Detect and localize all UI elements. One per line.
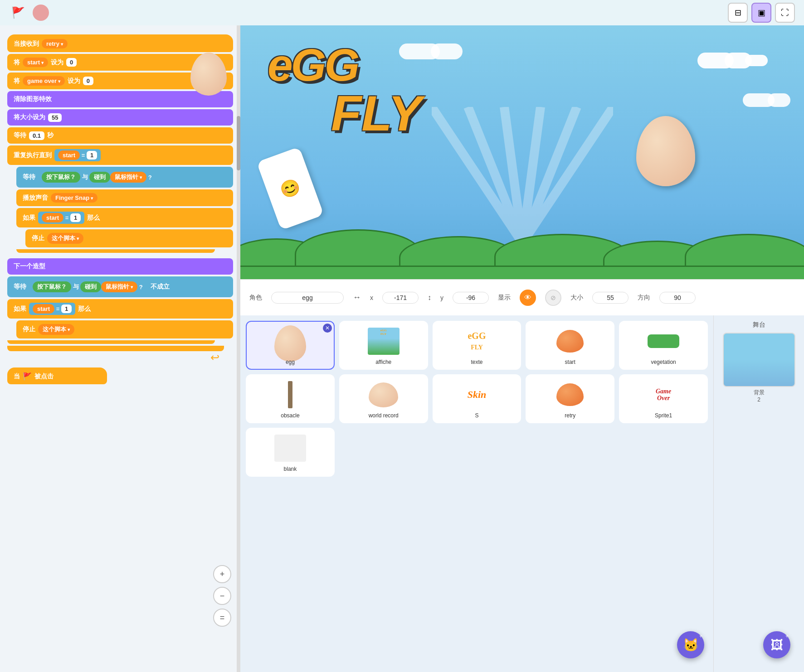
cloud-3 bbox=[399, 44, 463, 59]
sprite-card-blank[interactable]: blank bbox=[246, 428, 335, 477]
block-eq2: = bbox=[54, 305, 61, 312]
skin-sprite-shape: Skin bbox=[468, 389, 487, 401]
block-repeat-until[interactable]: 重复执行直到 start = 1 bbox=[7, 145, 233, 165]
cloud-2 bbox=[743, 93, 790, 107]
block-stop-this[interactable]: 停止 这个脚本 bbox=[25, 229, 233, 247]
sprite-card-egg[interactable]: ✕ egg bbox=[246, 321, 335, 370]
block-sound-name[interactable]: Finger Snap bbox=[51, 193, 97, 203]
game-phone: 😊 bbox=[257, 147, 324, 231]
block-label: 等待 bbox=[23, 173, 35, 181]
sprite-card-worldrecord[interactable]: world record bbox=[339, 374, 428, 423]
sprite-card-vegetation[interactable]: vegetation bbox=[619, 321, 708, 370]
direction-input[interactable] bbox=[659, 292, 696, 304]
block-var3[interactable]: start bbox=[33, 304, 54, 314]
veg-sprite-shape bbox=[648, 334, 679, 348]
y-arrow: ↕ bbox=[428, 294, 431, 302]
direction-label: 方向 bbox=[638, 294, 650, 302]
x-value-input[interactable] bbox=[382, 292, 419, 304]
block-label: 等待 bbox=[14, 131, 26, 140]
sprite-delete-egg[interactable]: ✕ bbox=[323, 324, 332, 333]
block-value-01[interactable]: 0.1 bbox=[29, 131, 44, 140]
block-wait-not-mouse[interactable]: 等待 按下鼠标？ 与 碰到 鼠标指针 ? 不成立 bbox=[7, 276, 233, 297]
block-val2[interactable]: 1 bbox=[70, 213, 81, 222]
sprite-card-skin[interactable]: Skin S bbox=[433, 374, 521, 423]
block-cond-not: 按下鼠标？ 与 碰到 鼠标指针 ? bbox=[29, 280, 148, 294]
block-var-gameover[interactable]: game over bbox=[23, 76, 65, 86]
sprite-label: 角色 bbox=[249, 294, 262, 302]
sprite-img-texte: eGGFLY bbox=[458, 325, 495, 357]
code-scroll[interactable]: 当接收到 retry 将 start 设为 0 将 game over 设为 0… bbox=[0, 25, 240, 672]
sprite-img-egg bbox=[272, 325, 308, 357]
size-input[interactable] bbox=[592, 292, 629, 304]
y-label: y bbox=[440, 294, 443, 301]
sprite-name-input[interactable] bbox=[271, 292, 344, 304]
sprite-card-obsacle[interactable]: obsacle bbox=[246, 374, 335, 423]
block-var2[interactable]: start bbox=[42, 213, 63, 222]
sprite-img-start bbox=[552, 325, 588, 357]
obstacle-sprite-shape bbox=[288, 381, 292, 408]
layout-split-button[interactable]: ⊟ bbox=[728, 3, 748, 23]
fullscreen-button[interactable]: ⛶ bbox=[775, 3, 795, 23]
block-pill-retry[interactable]: retry bbox=[42, 39, 68, 48]
block-play-sound[interactable]: 播放声音 Finger Snap bbox=[16, 189, 233, 206]
block-label: 当 bbox=[14, 372, 20, 381]
block-val3[interactable]: 1 bbox=[61, 305, 72, 313]
block-q: ? bbox=[146, 174, 152, 181]
stop-button[interactable] bbox=[33, 5, 49, 21]
block-mp2[interactable]: 按下鼠标？ bbox=[33, 281, 71, 292]
block-label: 那么 bbox=[87, 214, 100, 222]
block-next-costume[interactable]: 下一个造型 bbox=[7, 258, 233, 275]
block-mouse-pointer[interactable]: 鼠标指针 bbox=[110, 172, 146, 183]
block-touching2: 碰到 bbox=[80, 281, 101, 292]
block-when-receive[interactable]: 当接收到 retry bbox=[7, 34, 233, 52]
block-value-0[interactable]: 0 bbox=[66, 58, 77, 67]
block-label: 将大小设为 bbox=[14, 113, 45, 121]
block-label: 被点击 bbox=[34, 372, 54, 381]
green-flag-button[interactable]: 🚩 bbox=[9, 4, 27, 22]
top-toolbar: 🚩 ⊟ ▣ ⛶ bbox=[0, 0, 804, 25]
fit-button[interactable]: = bbox=[213, 609, 231, 627]
block-and: 与 bbox=[80, 173, 89, 181]
sprite-card-sprite1[interactable]: GameOver Sprite1 bbox=[619, 374, 708, 423]
block-mouse-pressed[interactable]: 按下鼠标？ bbox=[42, 172, 80, 183]
block-set-size[interactable]: 将大小设为 55 bbox=[7, 109, 233, 126]
block-stop-this2[interactable]: 停止 这个脚本 bbox=[16, 320, 233, 338]
code-panel: 当接收到 retry 将 start 设为 0 将 game over 设为 0… bbox=[0, 25, 240, 672]
stage-thumbnail[interactable] bbox=[723, 333, 795, 387]
block-wait[interactable]: 等待 0.1 秒 bbox=[7, 127, 233, 144]
zoom-in-button[interactable]: + bbox=[213, 565, 231, 583]
block-pointer2[interactable]: 鼠标指针 bbox=[101, 281, 137, 292]
add-sprite-button[interactable]: 🐱 + bbox=[677, 631, 704, 658]
add-stage-button[interactable]: 🖼 + bbox=[763, 631, 790, 658]
sprite-card-affiche[interactable]: eGGFLY affiche bbox=[339, 321, 428, 370]
sprite-img-vegetation bbox=[645, 325, 682, 357]
block-stop-opt2[interactable]: 这个脚本 bbox=[38, 324, 74, 335]
zoom-out-button[interactable]: − bbox=[213, 587, 231, 605]
block-if-start2[interactable]: 如果 start = 1 那么 bbox=[7, 299, 233, 319]
layout-main-button[interactable]: ▣ bbox=[751, 3, 771, 23]
block-eq: = bbox=[63, 214, 70, 221]
block-when-flag-clicked[interactable]: 当 🚩 被点击 bbox=[7, 367, 107, 384]
sprite-card-retry[interactable]: retry bbox=[526, 374, 614, 423]
y-value-input[interactable] bbox=[453, 292, 489, 304]
block-stop-option[interactable]: 这个脚本 bbox=[47, 233, 83, 244]
sprite-label-start: start bbox=[530, 359, 610, 365]
block-value-0b[interactable]: 0 bbox=[83, 77, 93, 85]
ground-hills bbox=[240, 234, 804, 279]
hide-button[interactable]: ⊘ bbox=[545, 290, 561, 306]
sprite-card-start[interactable]: start bbox=[526, 321, 614, 370]
block-label: 如果 bbox=[23, 214, 35, 222]
sprite-img-sprite1: GameOver bbox=[645, 379, 682, 411]
code-scrollbar-thumb[interactable] bbox=[237, 116, 240, 170]
block-var[interactable]: start bbox=[58, 150, 80, 160]
block-val[interactable]: 1 bbox=[87, 151, 97, 160]
code-scrollbar[interactable] bbox=[237, 25, 240, 672]
block-if-start[interactable]: 如果 start = 1 那么 bbox=[16, 208, 233, 227]
block-value-55[interactable]: 55 bbox=[48, 113, 62, 122]
show-button[interactable]: 👁 bbox=[520, 290, 536, 306]
toolbar-left: 🚩 bbox=[9, 4, 49, 22]
cloud-1 bbox=[697, 53, 768, 68]
sprite-card-texte[interactable]: eGGFLY texte bbox=[433, 321, 521, 370]
block-wait-mouse[interactable]: 等待 按下鼠标？ 与 碰到 鼠标指针 ? bbox=[16, 167, 233, 188]
block-var-start[interactable]: start bbox=[23, 58, 48, 67]
